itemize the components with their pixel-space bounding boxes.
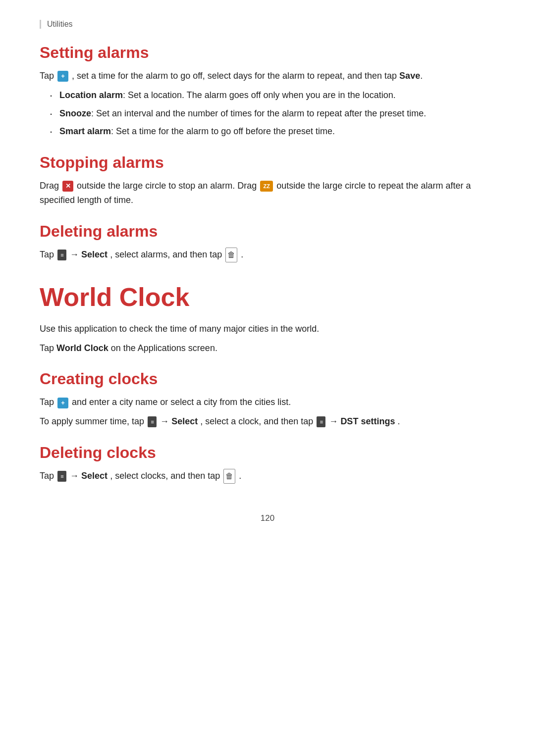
page-number: 120 (40, 513, 495, 523)
menu-icon-4: ≡ (57, 471, 66, 482)
stopping-alarms-heading: Stopping alarms (40, 153, 495, 172)
select-bold-3: Select (81, 471, 107, 481)
dst-bold: DST settings (340, 416, 395, 426)
save-bold: Save (399, 71, 420, 81)
trash-icon-2: 🗑 (223, 469, 235, 484)
desc-location: : Set a location. The alarm goes off onl… (123, 90, 396, 100)
select-bold-2: Select (171, 416, 198, 426)
deleting-clocks-text: Tap ≡ → Select , select clocks, and then… (40, 469, 495, 484)
arrow4: → (70, 471, 81, 481)
creating-clocks-section: Creating clocks Tap + and enter a city n… (40, 370, 495, 429)
setting-alarms-heading: Setting alarms (40, 44, 495, 62)
intro-text: Tap (40, 71, 54, 81)
tap-label: Tap (40, 397, 54, 407)
city-text: and enter a city name or select a city f… (72, 397, 291, 407)
intro-end: . (420, 71, 423, 81)
list-item: Location alarm: Set a location. The alar… (50, 88, 495, 102)
creating-clocks-heading: Creating clocks (40, 370, 495, 388)
desc-snooze: : Set an interval and the number of time… (91, 108, 426, 118)
arrow3: → (329, 416, 340, 426)
summer-text: To apply summer time, tap (40, 416, 144, 426)
world-clock-bold: World Clock (56, 343, 108, 353)
list-item: Snooze: Set an interval and the number o… (50, 106, 495, 121)
world-clock-desc2: Tap World Clock on the Applications scre… (40, 341, 495, 355)
creating-clocks-text2: To apply summer time, tap ≡ → Select , s… (40, 414, 495, 429)
trash-icon: 🗑 (225, 248, 237, 262)
plus-icon: + (57, 71, 68, 82)
x-icon: ✕ (62, 181, 73, 192)
setting-alarms-list: Location alarm: Set a location. The alar… (50, 88, 495, 139)
intro-mid-text: , set a time for the alarm to go off, se… (72, 71, 397, 81)
menu-icon-2: ≡ (148, 416, 157, 427)
world-clock-section: World Clock Use this application to chec… (40, 282, 495, 355)
end-text-2: . (239, 471, 241, 481)
select-alarms-text: , select alarms, and then tap (110, 250, 222, 259)
end-period: . (397, 416, 400, 426)
plus-icon-2: + (57, 398, 68, 408)
deleting-alarms-text: Tap ≡ → Select , select alarms, and then… (40, 248, 495, 262)
deleting-alarms-section: Deleting alarms Tap ≡ → Select , select … (40, 222, 495, 262)
arrow: → (70, 250, 81, 259)
clocks-mid-text: , select clocks, and then tap (110, 471, 220, 481)
tap-label: Tap (40, 343, 54, 353)
world-clock-heading: World Clock (40, 282, 495, 312)
setting-alarms-intro: Tap + , set a time for the alarm to go o… (40, 69, 495, 83)
tap-text-2: Tap (40, 471, 54, 481)
term-smart: Smart alarm (59, 126, 111, 136)
world-clock-desc1: Use this application to check the time o… (40, 322, 495, 336)
deleting-alarms-heading: Deleting alarms (40, 222, 495, 241)
desc-smart: : Set a time for the alarm to go off bef… (111, 126, 335, 136)
deleting-clocks-section: Deleting clocks Tap ≡ → Select , select … (40, 444, 495, 484)
term-snooze: Snooze (59, 108, 91, 118)
arrow2: → (160, 416, 171, 426)
term-location: Location alarm (59, 90, 123, 100)
select-bold: Select (81, 250, 107, 259)
menu-icon-3: ≡ (317, 416, 325, 427)
setting-alarms-section: Setting alarms Tap + , set a time for th… (40, 44, 495, 139)
drag-text: Drag (40, 181, 59, 191)
app-screen-text: on the Applications screen. (111, 343, 217, 353)
utilities-text: Utilities (47, 20, 73, 28)
creating-clocks-text1: Tap + and enter a city name or select a … (40, 395, 495, 409)
tap-text: Tap (40, 250, 54, 259)
zz-icon: ZZ (260, 181, 273, 192)
end-text: . (241, 250, 243, 259)
deleting-clocks-heading: Deleting clocks (40, 444, 495, 462)
stop-text: outside the large circle to stop an alar… (77, 181, 257, 191)
breadcrumb: Utilities (40, 20, 495, 29)
stopping-alarms-text: Drag ✕ outside the large circle to stop … (40, 179, 495, 207)
menu-icon: ≡ (57, 250, 66, 260)
stopping-alarms-section: Stopping alarms Drag ✕ outside the large… (40, 153, 495, 207)
list-item: Smart alarm: Set a time for the alarm to… (50, 124, 495, 139)
clock-text: , select a clock, and then tap (200, 416, 313, 426)
